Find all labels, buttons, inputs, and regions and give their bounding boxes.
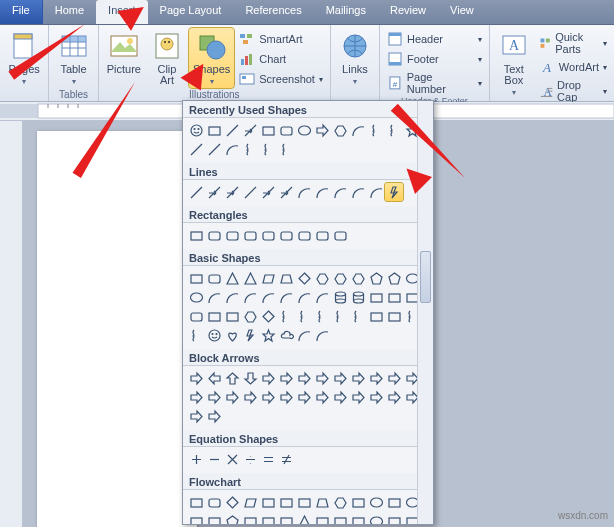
shape-arr_r[interactable] [349,388,367,406]
shape-rect[interactable] [205,512,223,525]
shape-arr_r[interactable] [277,388,295,406]
shape-para[interactable] [259,269,277,287]
chart-button[interactable]: Chart [236,50,326,68]
shape-rect[interactable] [385,288,403,306]
shape-tri[interactable] [241,269,259,287]
shape-pent[interactable] [223,512,241,525]
shape-arr_r[interactable] [385,369,403,387]
shape-rect[interactable] [367,288,385,306]
shape-tri[interactable] [223,269,241,287]
shape-brace[interactable] [259,140,277,158]
table-button[interactable]: Table ▾ [54,28,94,88]
shape-oval[interactable] [187,288,205,306]
shape-arr_r[interactable] [187,388,205,406]
shape-trap[interactable] [313,493,331,511]
shape-rect[interactable] [241,512,259,525]
shape-rect[interactable] [385,307,403,325]
shape-rrect[interactable] [259,226,277,244]
shape-dia[interactable] [295,269,313,287]
shape-rect[interactable] [187,512,205,525]
shape-brace[interactable] [187,326,205,344]
shape-rrect[interactable] [277,226,295,244]
shape-arr_r[interactable] [349,369,367,387]
shape-rect[interactable] [205,121,223,139]
shape-arc[interactable] [205,288,223,306]
shape-arr_r[interactable] [385,388,403,406]
shape-div[interactable] [241,450,259,468]
shapes-button[interactable]: Shapes ▾ [189,28,234,88]
shape-arr_r[interactable] [367,388,385,406]
shape-line[interactable] [223,121,241,139]
pages-button[interactable]: Pages ▾ [4,28,44,88]
shape-arr_r[interactable] [187,407,205,425]
shape-rect[interactable] [349,512,367,525]
shape-arr_r[interactable] [367,369,385,387]
shape-oval[interactable] [295,121,313,139]
shape-arr_r[interactable] [331,388,349,406]
shape-lightning[interactable] [385,183,403,201]
shape-rect[interactable] [259,121,277,139]
tab-references[interactable]: References [233,0,313,24]
shape-dia[interactable] [223,493,241,511]
shape-rect[interactable] [331,512,349,525]
shape-rect[interactable] [259,512,277,525]
shape-arr_r[interactable] [187,369,205,387]
tab-home[interactable]: Home [43,0,96,24]
scrollbar-thumb[interactable] [420,251,431,303]
shape-line[interactable] [241,183,259,201]
shape-arc[interactable] [313,326,331,344]
shape-rect[interactable] [277,493,295,511]
shape-arc[interactable] [259,288,277,306]
textbox-button[interactable]: A Text Box ▾ [494,28,534,99]
shape-para[interactable] [241,493,259,511]
shape-cyl[interactable] [349,288,367,306]
links-button[interactable]: Links ▾ [335,28,375,88]
shape-brace[interactable] [277,307,295,325]
shape-arr_r[interactable] [331,369,349,387]
tab-review[interactable]: Review [378,0,438,24]
shape-arr_r[interactable] [241,388,259,406]
shape-brace[interactable] [367,121,385,139]
picture-button[interactable]: Picture [103,28,145,77]
shape-rect[interactable] [187,269,205,287]
shape-line[interactable] [187,183,205,201]
shape-rect[interactable] [187,226,205,244]
shape-pent[interactable] [385,269,403,287]
shape-hex[interactable] [331,121,349,139]
shape-rrect[interactable] [205,493,223,511]
tab-view[interactable]: View [438,0,486,24]
shape-oval[interactable] [367,493,385,511]
shape-trap[interactable] [277,269,295,287]
shape-rect[interactable] [295,493,313,511]
shape-rect[interactable] [385,512,403,525]
shape-hex[interactable] [349,269,367,287]
shape-arr_r[interactable] [313,369,331,387]
shape-star[interactable] [259,326,277,344]
shape-hex[interactable] [241,307,259,325]
shape-eq[interactable] [259,450,277,468]
shape-rrect[interactable] [205,269,223,287]
gallery-scrollbar[interactable] [417,101,433,524]
tab-mailings[interactable]: Mailings [314,0,378,24]
shape-arrow[interactable] [259,183,277,201]
shape-arr_r[interactable] [313,121,331,139]
shape-rrect[interactable] [277,121,295,139]
shape-smiley[interactable] [205,326,223,344]
shape-arc[interactable] [295,288,313,306]
shape-cloud[interactable] [277,326,295,344]
shape-rect[interactable] [367,307,385,325]
shape-rect[interactable] [205,307,223,325]
shape-neq[interactable] [277,450,295,468]
shape-line[interactable] [187,140,205,158]
shape-brace[interactable] [331,307,349,325]
shape-tri[interactable] [295,512,313,525]
shape-rect[interactable] [259,493,277,511]
footer-button[interactable]: Footer ▾ [384,50,485,68]
shape-dia[interactable] [259,307,277,325]
shape-brace[interactable] [241,140,259,158]
shape-arr_r[interactable] [205,407,223,425]
shape-arrow[interactable] [205,183,223,201]
shape-heart[interactable] [223,326,241,344]
smartart-button[interactable]: SmartArt [236,30,326,48]
header-button[interactable]: Header ▾ [384,30,485,48]
